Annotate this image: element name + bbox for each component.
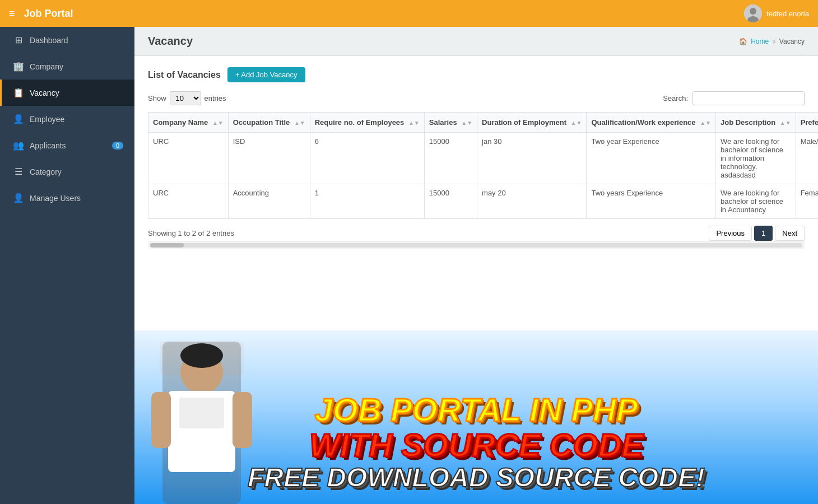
search-label: Search: xyxy=(663,94,688,102)
sort-icon: ▲▼ xyxy=(408,120,420,126)
pagination: Previous 1 Next xyxy=(709,226,805,241)
scrollbar-thumb xyxy=(150,243,184,248)
showing-entries: Showing 1 to 2 of 2 entries xyxy=(148,229,234,237)
page-title: Vacancy xyxy=(148,35,193,48)
col-qualification[interactable]: Qualification/Work experience ▲▼ xyxy=(587,113,716,133)
company-icon: 🏢 xyxy=(13,61,24,72)
app-logo: Job Portal xyxy=(24,8,73,20)
table-header-row: Company Name ▲▼ Occupation Title ▲▼ Requ… xyxy=(148,113,819,133)
banner-text: JOB PORTAL IN PHP WITH SOURCE CODE FREE … xyxy=(248,392,705,504)
breadcrumb: 🏠 Home » Vacancy xyxy=(739,38,805,45)
home-icon: 🏠 xyxy=(739,38,747,45)
section-title-row: List of Vacancies + Add Job Vacancy xyxy=(148,67,805,82)
svg-point-6 xyxy=(180,343,223,368)
breadcrumb-home[interactable]: Home xyxy=(751,38,769,45)
sidebar: ⊞ Dashboard 🏢 Company 📋 Vacancy 👤 Employ… xyxy=(0,27,134,504)
applicants-icon: 👥 xyxy=(13,140,24,151)
table-controls: Show 10 25 50 100 entries Search: xyxy=(148,91,805,105)
top-header: ≡ Job Portal tedted enoria xyxy=(0,0,818,27)
col-occupation[interactable]: Occupation Title ▲▼ xyxy=(228,113,310,133)
cell-company: URC xyxy=(148,184,229,219)
search-box: Search: xyxy=(663,91,805,105)
data-table: Company Name ▲▼ Occupation Title ▲▼ Requ… xyxy=(148,112,818,219)
sort-icon: ▲▼ xyxy=(461,120,472,126)
prev-button[interactable]: Previous xyxy=(709,226,752,241)
cell-sex: Female xyxy=(796,184,818,219)
col-company[interactable]: Company Name ▲▼ xyxy=(148,113,229,133)
cell-sex: Male/Female xyxy=(796,133,818,184)
svg-rect-8 xyxy=(179,398,224,428)
category-icon: ☰ xyxy=(13,166,24,177)
main-layout: ⊞ Dashboard 🏢 Company 📋 Vacancy 👤 Employ… xyxy=(0,27,818,504)
breadcrumb-current: Vacancy xyxy=(779,38,805,45)
entries-select[interactable]: 10 25 50 100 xyxy=(170,91,201,105)
sidebar-item-dashboard[interactable]: ⊞ Dashboard xyxy=(0,27,134,53)
col-salaries[interactable]: Salaries ▲▼ xyxy=(424,113,477,133)
svg-point-1 xyxy=(750,8,756,15)
dashboard-icon: ⊞ xyxy=(13,35,24,45)
sort-icon: ▲▼ xyxy=(780,120,791,126)
sidebar-item-label: Vacancy xyxy=(30,88,59,97)
col-description[interactable]: Job Description ▲▼ xyxy=(715,113,796,133)
page-1-button[interactable]: 1 xyxy=(754,226,773,241)
cell-qualification: Two years Experience xyxy=(587,184,716,219)
sidebar-item-label: Employee xyxy=(30,115,64,124)
manage-users-icon: 👤 xyxy=(13,193,24,203)
add-job-vacancy-button[interactable]: + Add Job Vacancy xyxy=(227,67,305,82)
sidebar-item-employee[interactable]: 👤 Employee xyxy=(0,106,134,132)
cell-description: We are looking for bachelor of science i… xyxy=(715,184,796,219)
scrollbar-track[interactable] xyxy=(150,243,802,248)
col-require[interactable]: Require no. of Employees ▲▼ xyxy=(310,113,424,133)
applicants-badge: 0 xyxy=(112,142,123,150)
col-sex[interactable]: Prefered Sex ▲▼ xyxy=(796,113,818,133)
show-label: Show xyxy=(148,94,166,102)
menu-toggle-icon[interactable]: ≡ xyxy=(9,8,15,20)
cell-salaries: 15000 xyxy=(424,133,477,184)
sort-icon: ▲▼ xyxy=(571,120,582,126)
cell-salaries: 15000 xyxy=(424,184,477,219)
sidebar-item-company[interactable]: 🏢 Company xyxy=(0,53,134,80)
avatar xyxy=(744,4,762,22)
cell-duration: jan 30 xyxy=(477,133,587,184)
sidebar-item-label: Company xyxy=(30,62,63,71)
sidebar-item-category[interactable]: ☰ Category xyxy=(0,158,134,185)
sidebar-item-label: Category xyxy=(30,167,62,176)
cell-description: We are looking for bachelor of science i… xyxy=(715,133,796,184)
cell-duration: may 20 xyxy=(477,184,587,219)
cell-require: 1 xyxy=(310,184,424,219)
banner: JOB PORTAL IN PHP WITH SOURCE CODE FREE … xyxy=(134,330,818,504)
next-button[interactable]: Next xyxy=(775,226,805,241)
banner-line3: FREE DOWNLOAD SOURCE CODE! xyxy=(248,463,705,493)
sort-icon: ▲▼ xyxy=(700,120,711,126)
sidebar-item-vacancy[interactable]: 📋 Vacancy xyxy=(0,80,134,106)
cell-require: 6 xyxy=(310,133,424,184)
table-body: URCISD615000jan 30Two year ExperienceWe … xyxy=(148,133,819,219)
username: tedted enoria xyxy=(766,10,809,18)
employee-icon: 👤 xyxy=(13,114,24,124)
sidebar-item-label: Applicants xyxy=(30,141,66,150)
section-title: List of Vacancies xyxy=(148,70,221,80)
cell-occupation: Accounting xyxy=(228,184,310,219)
cell-qualification: Two year Experience xyxy=(587,133,716,184)
show-entries: Show 10 25 50 100 entries xyxy=(148,91,226,105)
cell-occupation: ISD xyxy=(228,133,310,184)
sidebar-item-applicants[interactable]: 👥 Applicants 0 xyxy=(0,132,134,158)
sidebar-item-label: Manage Users xyxy=(30,194,81,203)
table-row: URCISD615000jan 30Two year ExperienceWe … xyxy=(148,133,819,184)
breadcrumb-separator: » xyxy=(772,38,776,45)
banner-line1: JOB PORTAL IN PHP xyxy=(248,392,705,428)
content-area: Vacancy 🏠 Home » Vacancy List of Vacanci… xyxy=(134,27,818,504)
sidebar-item-label: Dashboard xyxy=(30,36,68,45)
sort-icon: ▲▼ xyxy=(294,120,305,126)
page-header: Vacancy 🏠 Home » Vacancy xyxy=(134,27,818,56)
table-head: Company Name ▲▼ Occupation Title ▲▼ Requ… xyxy=(148,113,819,133)
entries-label: entries xyxy=(204,94,226,102)
table-row: URCAccounting115000may 20Two years Exper… xyxy=(148,184,819,219)
vacancy-icon: 📋 xyxy=(13,87,24,98)
scrollbar-row[interactable] xyxy=(148,241,805,249)
sidebar-item-manage-users[interactable]: 👤 Manage Users xyxy=(0,185,134,211)
banner-line2: WITH SOURCE CODE xyxy=(248,427,705,463)
col-duration[interactable]: Duration of Employment ▲▼ xyxy=(477,113,587,133)
svg-rect-9 xyxy=(151,392,171,448)
search-input[interactable] xyxy=(692,91,805,105)
